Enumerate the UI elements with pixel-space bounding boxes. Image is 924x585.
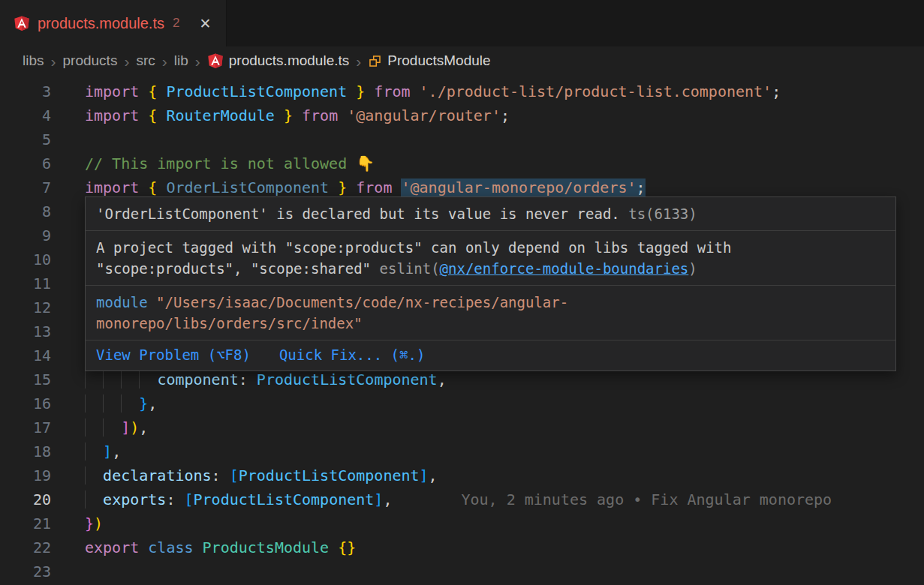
code-token: import	[85, 106, 148, 124]
hover-section: A project tagged with "scope:products" c…	[86, 231, 895, 286]
code-token: // This import is not allowed	[85, 154, 356, 172]
code-token: [	[230, 466, 239, 484]
code-token: import	[85, 82, 148, 100]
line-number[interactable]: 9	[0, 224, 51, 248]
hover-text: ts(6133)	[620, 206, 697, 222]
code-text	[51, 320, 85, 344]
code-token: from	[365, 82, 419, 100]
code-line[interactable]: 4import { RouterModule } from '@angular/…	[0, 104, 924, 128]
code-token: '@angular-monorepo/orders'	[401, 178, 636, 196]
code-token: [	[184, 490, 193, 508]
hover-actions: View Problem (⌥F8)Quick Fix... (⌘.)	[86, 340, 895, 370]
breadcrumb-item-src[interactable]: src	[136, 52, 155, 69]
tab-products-module[interactable]: products.module.ts 2 ✕	[0, 0, 227, 46]
code-text: })	[51, 512, 103, 536]
breadcrumb-label: libs	[23, 52, 44, 69]
indent-guide	[85, 490, 103, 508]
indent-guide	[85, 394, 103, 412]
close-icon[interactable]: ✕	[199, 15, 211, 32]
code-line[interactable]: 21})	[0, 512, 924, 536]
class-icon	[368, 54, 382, 68]
code-token: '@angular/router'	[347, 106, 501, 124]
tab-bar: products.module.ts 2 ✕	[0, 0, 924, 46]
indent-guide	[103, 370, 121, 388]
blame-annotation: You, 2 minutes ago • Fix Angular monorep…	[461, 490, 832, 508]
code-token: ProductListComponent	[257, 370, 438, 388]
line-number[interactable]: 15	[0, 368, 51, 392]
code-text: declarations: [ProductListComponent],	[51, 464, 438, 488]
line-number[interactable]: 19	[0, 464, 51, 488]
tab-label: products.module.ts	[38, 15, 164, 32]
error-squiggle-range: import { OrderListComponent } from '@ang…	[85, 178, 646, 196]
code-text	[51, 560, 85, 584]
hover-tooltip: 'OrderListComponent' is declared but its…	[85, 196, 896, 371]
code-token: import	[85, 178, 148, 196]
code-token: }	[338, 178, 347, 196]
line-number[interactable]: 8	[0, 200, 51, 224]
line-number[interactable]: 14	[0, 344, 51, 368]
breadcrumb-item-products-module-ts[interactable]: products.module.ts	[207, 52, 350, 69]
line-number[interactable]: 6	[0, 152, 51, 176]
code-token: ,	[429, 466, 438, 484]
code-line[interactable]: 18 ],	[0, 440, 924, 464]
code-text: // This import is not allowed 👇	[51, 152, 375, 176]
line-number[interactable]: 7	[0, 176, 51, 200]
line-number[interactable]: 13	[0, 320, 51, 344]
line-number[interactable]: 11	[0, 272, 51, 296]
code-token: ,	[148, 394, 157, 412]
chevron-right-icon: ›	[162, 53, 167, 69]
chevron-right-icon: ›	[124, 53, 129, 69]
line-number[interactable]: 18	[0, 440, 51, 464]
code-text: },	[51, 392, 157, 416]
code-text	[51, 296, 85, 320]
line-number[interactable]: 23	[0, 560, 51, 584]
hover-text: A project tagged with "scope:products" c…	[96, 239, 731, 256]
quick-fix-action[interactable]: Quick Fix... (⌘.)	[279, 344, 425, 365]
chevron-right-icon: ›	[195, 53, 200, 69]
hover-text: "/Users/isaac/Documents/code/nx-recipes/…	[156, 294, 568, 310]
code-token: OrderListComponent	[157, 178, 338, 196]
breadcrumb-item-lib[interactable]: lib	[174, 52, 188, 69]
line-number[interactable]: 5	[0, 128, 51, 152]
view-problem-action[interactable]: View Problem (⌥F8)	[96, 344, 251, 365]
line-number[interactable]: 21	[0, 512, 51, 536]
code-token: ;	[637, 178, 646, 196]
code-line[interactable]: 6// This import is not allowed 👇	[0, 152, 924, 176]
code-token: :	[166, 490, 184, 508]
code-token: from	[347, 178, 401, 196]
code-token: ]	[374, 490, 383, 508]
code-token: }	[356, 82, 365, 100]
code-line[interactable]: 17 ]),	[0, 416, 924, 440]
code-token: }	[284, 106, 293, 124]
code-line[interactable]: 16 },	[0, 392, 924, 416]
breadcrumb-item-productsmodule[interactable]: ProductsModule	[368, 52, 490, 69]
line-number[interactable]: 20	[0, 488, 51, 512]
line-number[interactable]: 17	[0, 416, 51, 440]
line-number[interactable]: 3	[0, 80, 51, 104]
breadcrumb-label: lib	[174, 52, 188, 69]
code-text	[51, 272, 85, 296]
code-text	[51, 248, 85, 272]
code-text	[51, 344, 85, 368]
indent-guide	[103, 394, 121, 412]
code-token: ]	[420, 466, 429, 484]
code-line[interactable]: 5	[0, 128, 924, 152]
code-line[interactable]: 23	[0, 560, 924, 584]
code-line[interactable]: 3import { ProductListComponent } from '.…	[0, 80, 924, 104]
code-token: ProductListComponent	[239, 466, 420, 484]
code-line[interactable]: 19 declarations: [ProductListComponent],	[0, 464, 924, 488]
code-line[interactable]: 22export class ProductsModule {}	[0, 536, 924, 560]
breadcrumb-item-libs[interactable]: libs	[23, 52, 44, 69]
code-token: )	[130, 418, 139, 436]
line-number[interactable]: 10	[0, 248, 51, 272]
line-number[interactable]: 12	[0, 296, 51, 320]
line-number[interactable]: 4	[0, 104, 51, 128]
code-line[interactable]: 20 exports: [ProductListComponent],You, …	[0, 488, 924, 512]
hover-text: )	[688, 260, 697, 277]
hover-rule-link[interactable]: @nx/enforce-module-boundaries	[440, 260, 689, 277]
line-number[interactable]: 16	[0, 392, 51, 416]
line-number[interactable]: 22	[0, 536, 51, 560]
breadcrumb-item-products[interactable]: products	[63, 52, 118, 69]
code-token: }	[139, 394, 148, 412]
code-token: :	[239, 370, 257, 388]
